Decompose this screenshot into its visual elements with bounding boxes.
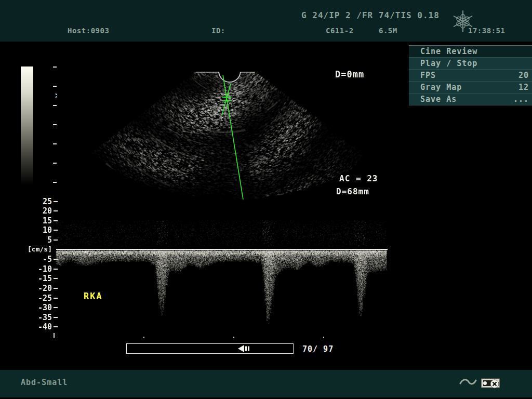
menu-item-value: 12 — [518, 82, 529, 93]
menu-item-value: ... — [513, 94, 529, 105]
ruler-tick — [54, 326, 58, 327]
ruler-tick — [54, 269, 58, 270]
cine-review-menu: Cine Review Play / Stop FPS 20 Gray Map … — [409, 45, 532, 105]
ruler-tick — [54, 230, 58, 231]
exam-preset-label: Abd-Small — [21, 378, 68, 387]
ruler-tick — [53, 182, 57, 183]
menu-item-save-as[interactable]: Save As ... — [409, 94, 532, 105]
velocity-scale-label: 15 — [13, 216, 52, 225]
ruler-tick — [53, 105, 57, 106]
tilde-icon — [459, 378, 477, 386]
ruler-tick — [54, 220, 58, 221]
acquisition-params: G 24/IP 2 /FR 74/TIS 0.18 — [301, 10, 440, 20]
ruler-tick — [54, 201, 58, 202]
velocity-scale-label: -20 — [13, 284, 52, 293]
ruler-tick — [53, 143, 57, 144]
ruler-tick — [54, 259, 58, 260]
top-status-bar: G 24/IP 2 /FR 74/TIS 0.18 Host:0903 ID: … — [0, 0, 532, 42]
menu-item-label: FPS — [420, 70, 436, 81]
ruler-tick — [54, 298, 58, 299]
freeze-snowflake-icon — [451, 10, 474, 33]
depth-top-label: D=0mm — [335, 69, 364, 79]
ruler-tick — [54, 240, 58, 241]
ruler-tick — [54, 317, 58, 318]
velocity-scale-label: -30 — [13, 303, 52, 312]
velocity-scale-label: -40 — [13, 322, 52, 331]
cine-marker-icon[interactable] — [238, 345, 250, 352]
velocity-scale-label: -5 — [13, 255, 52, 264]
velocity-scale-label: 25 — [13, 197, 52, 206]
velocity-scale-label: 20 — [13, 206, 52, 216]
ruler-tick — [53, 124, 57, 125]
velocity-scale-label: 5 — [13, 235, 52, 245]
velocity-scale-label: [cm/s] — [13, 245, 52, 253]
ruler-tick — [54, 278, 58, 279]
velocity-scale-label: -10 — [13, 264, 52, 274]
menu-item-label: Play / Stop — [420, 58, 477, 69]
velocity-scale-label: -35 — [13, 313, 52, 322]
ruler-tick — [54, 307, 58, 308]
frame-counter: 70/ 97 — [302, 344, 334, 354]
ultrasound-screen: G 24/IP 2 /FR 74/TIS 0.18 Host:0903 ID: … — [0, 0, 532, 399]
menu-title-label: Cine Review — [420, 47, 477, 56]
ruler-tick — [53, 86, 57, 87]
menu-item-label: Gray Map — [420, 82, 462, 93]
velocity-scale-label: 10 — [13, 225, 52, 235]
bottom-bar: Abd-Small — [0, 370, 532, 397]
depth-bottom-label: D=68mm — [336, 187, 369, 196]
menu-item-gray-map[interactable]: Gray Map 12 — [409, 82, 532, 94]
doppler-spectrum — [55, 201, 390, 337]
gray-map-bar — [21, 66, 33, 185]
menu-item-play-stop[interactable]: Play / Stop — [409, 58, 532, 70]
ruler-tick — [53, 66, 57, 68]
probe-model: C611-2 — [326, 26, 354, 35]
menu-item-value: 20 — [518, 70, 529, 81]
menu-item-cine-review[interactable]: Cine Review — [409, 45, 532, 58]
menu-item-label: Save As — [420, 94, 457, 105]
ruler-tick — [53, 163, 57, 164]
vessel-annotation: RKA — [84, 291, 103, 301]
cine-progress-bar[interactable] — [126, 343, 294, 354]
menu-item-fps[interactable]: FPS 20 — [409, 70, 532, 82]
ruler-tick — [54, 210, 58, 211]
ruler-tick — [54, 288, 58, 289]
velocity-scale-label: -25 — [13, 294, 52, 303]
velocity-scale-label: -15 — [13, 274, 52, 283]
ac-measurement-label: AC = 23 — [339, 174, 378, 183]
patient-id-label: ID: — [211, 26, 225, 35]
cine-save-icon[interactable] — [481, 376, 503, 391]
doppler-baseline — [56, 249, 388, 250]
probe-frequency: 6.5M — [379, 26, 397, 35]
host-id: Host:0903 — [68, 26, 109, 35]
